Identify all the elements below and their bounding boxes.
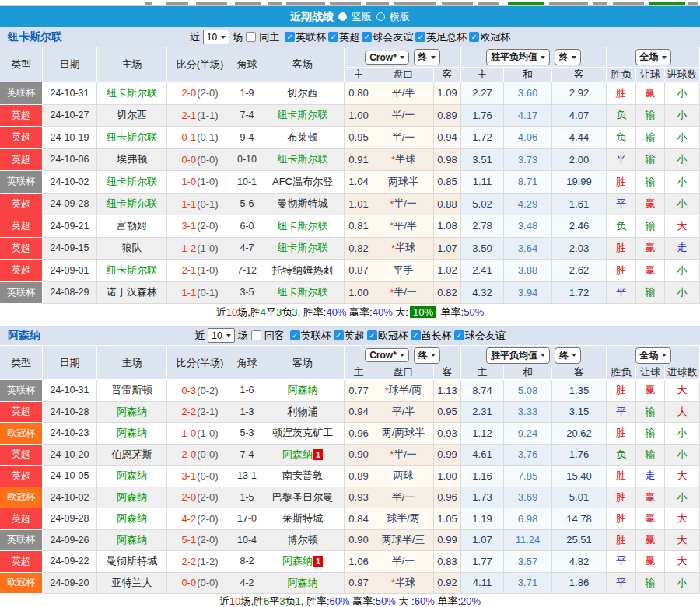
team-name-link[interactable]: 纽卡斯尔联	[8, 30, 62, 44]
team-name-link[interactable]: 阿森纳	[8, 329, 40, 343]
mean-home-odds-cell: 1.76	[461, 105, 504, 127]
team-name-link[interactable]: 切尔西	[288, 86, 318, 100]
mean-odds-select[interactable]: 胜平负均值	[486, 347, 550, 364]
checkbox-checked-icon[interactable]: ✓	[367, 330, 377, 340]
team-name-link[interactable]: 阿森纳	[117, 533, 147, 547]
league-type-cell: 英联杯	[0, 530, 43, 552]
team-name-link[interactable]: 纽卡斯尔联	[107, 175, 157, 189]
team-name-link[interactable]: 托特纳姆热刺	[272, 263, 333, 277]
handicap-line: 半/一	[392, 554, 415, 568]
same-venue-checkbox[interactable]	[246, 32, 256, 42]
team-name-link[interactable]: 布莱顿	[288, 131, 318, 145]
match-row: 英超24-09-28阿森纳4-2(2-0)17-0莱斯特城0.84球半/两1.0…	[0, 508, 700, 530]
team-name-link[interactable]: 阿森纳	[117, 490, 147, 504]
layout-radio-horizontal[interactable]	[376, 12, 385, 21]
same-venue-checkbox[interactable]	[251, 330, 261, 340]
layout-radio-horizontal-label[interactable]: 横版	[390, 10, 410, 24]
handicap-line: 平/半	[392, 405, 415, 419]
checkbox-checked-icon[interactable]: ✓	[290, 330, 300, 340]
mean-time-select[interactable]: 终	[555, 49, 581, 65]
toolbar-button-fragment[interactable]	[508, 2, 544, 5]
layout-radio-vertical[interactable]	[338, 12, 347, 21]
league-filter-item[interactable]: ✓英足总杯	[415, 30, 467, 44]
match-date-cell: 24-10-28	[43, 402, 97, 424]
team-name-link[interactable]: 伯恩茅斯	[112, 448, 152, 462]
checkbox-checked-icon[interactable]: ✓	[362, 32, 372, 42]
team-name-link[interactable]: 诺丁汉森林	[107, 285, 157, 299]
scope-select[interactable]: 全场	[635, 49, 671, 65]
league-filter-item[interactable]: ✓欧冠杯	[469, 30, 510, 44]
team-name-link[interactable]: 曼彻斯特城	[107, 554, 157, 568]
league-type-cell: 英超	[0, 508, 43, 530]
team-name-link[interactable]: 纽卡斯尔联	[278, 152, 328, 166]
corner-cell: 4-2	[233, 573, 261, 595]
checkbox-checked-icon[interactable]: ✓	[334, 330, 344, 340]
team-name-link[interactable]: 纽卡斯尔联	[278, 285, 328, 299]
team-name-link[interactable]: 莱斯特城	[282, 511, 323, 525]
league-filter-item[interactable]: ✓球会友谊	[454, 329, 506, 343]
result-value: 平	[616, 405, 626, 419]
mean-home-odds: 1.77	[472, 556, 492, 567]
league-filter-item[interactable]: ✓酋长杯	[411, 329, 452, 343]
team-name-link[interactable]: 阿森纳	[117, 426, 147, 440]
team-name-link[interactable]: 狼队	[122, 241, 142, 255]
team-name-link[interactable]: 亚特兰大	[112, 576, 152, 590]
team-name-link[interactable]: 阿森纳	[282, 554, 313, 568]
league-filter-item[interactable]: ✓英联杯	[285, 30, 326, 44]
team-name-link[interactable]: 阿森纳	[288, 383, 318, 397]
team-name-link[interactable]: 博尔顿	[288, 533, 318, 547]
mean-odds-select[interactable]: 胜平负均值	[486, 49, 550, 65]
corner-cell: 4-7	[233, 238, 261, 260]
team-name-link[interactable]: 纽卡斯尔联	[107, 86, 157, 100]
team-name-link[interactable]: AFC温布尔登	[272, 175, 333, 189]
team-name-link[interactable]: 阿森纳	[117, 405, 147, 419]
checkbox-checked-icon[interactable]: ✓	[285, 32, 295, 42]
checkbox-checked-icon[interactable]: ✓	[328, 32, 338, 42]
team-name-link[interactable]: 顿涅茨克矿工	[272, 426, 333, 440]
team-name-link[interactable]: 纽卡斯尔联	[278, 241, 328, 255]
crow-home-odds: 1.00	[348, 110, 368, 121]
layout-radio-vertical-label[interactable]: 竖版	[352, 10, 372, 24]
team-name-link[interactable]: 利物浦	[288, 405, 318, 419]
odds-time-select[interactable]: 终	[414, 49, 440, 65]
odds-time-select[interactable]: 终	[414, 347, 440, 364]
team-name-link[interactable]: 纽卡斯尔联	[278, 108, 328, 122]
league-filter-item[interactable]: ✓英联杯	[290, 329, 331, 343]
match-count-select[interactable]: 10	[208, 328, 234, 343]
crow-away-odds-cell: 0.88	[434, 194, 461, 216]
team-name-link[interactable]: 南安普敦	[282, 469, 323, 483]
team-name-link[interactable]: 纽卡斯尔联	[107, 197, 157, 211]
league-filter-item[interactable]: ✓英超	[328, 30, 359, 44]
checkbox-checked-icon[interactable]: ✓	[415, 32, 425, 42]
match-count-select[interactable]: 10	[203, 30, 229, 44]
checkbox-checked-icon[interactable]: ✓	[454, 330, 464, 340]
team-name-link[interactable]: 阿森纳	[117, 469, 147, 483]
scope-select[interactable]: 全场	[635, 347, 671, 364]
mean-time-select[interactable]: 终	[555, 347, 581, 364]
team-name-link[interactable]: 阿森纳	[288, 576, 318, 590]
match-row: 英联杯24-10-31纽卡斯尔联2-0(2-0)1-9切尔西0.80平/半1.0…	[0, 82, 700, 105]
handicap-result-value: 输	[646, 108, 656, 122]
team-name-link[interactable]: 纽卡斯尔联	[278, 219, 328, 233]
team-name-link[interactable]: 曼彻斯特城	[278, 197, 328, 211]
team-name-link[interactable]: 巴黎圣日尔曼	[272, 490, 333, 504]
odds-source-select[interactable]: Crow*	[365, 51, 409, 65]
odds-source-select[interactable]: Crow*	[365, 348, 409, 362]
team-name-link[interactable]: 纽卡斯尔联	[107, 263, 157, 277]
league-filter-item[interactable]: ✓球会友谊	[362, 30, 413, 44]
team-name-link[interactable]: 阿森纳	[282, 448, 313, 462]
league-filter-item[interactable]: ✓欧冠杯	[367, 329, 408, 343]
team-name-link[interactable]: 切尔西	[117, 108, 147, 122]
handicap-cell: 两球半	[373, 171, 434, 194]
crow-away-odds: 0.94	[437, 131, 457, 143]
chevron-down-icon	[400, 56, 404, 59]
league-filter-item[interactable]: ✓英超	[334, 329, 365, 343]
checkbox-checked-icon[interactable]: ✓	[411, 330, 421, 340]
team-name-link[interactable]: 埃弗顿	[117, 152, 147, 166]
checkbox-checked-icon[interactable]: ✓	[469, 32, 479, 42]
team-name-link[interactable]: 富勒姆	[117, 219, 147, 233]
team-name-link[interactable]: 阿森纳	[117, 511, 147, 525]
toolbar-button-fragment[interactable]	[649, 2, 685, 5]
team-name-link[interactable]: 纽卡斯尔联	[107, 131, 157, 145]
team-name-link[interactable]: 普雷斯顿	[112, 383, 152, 397]
